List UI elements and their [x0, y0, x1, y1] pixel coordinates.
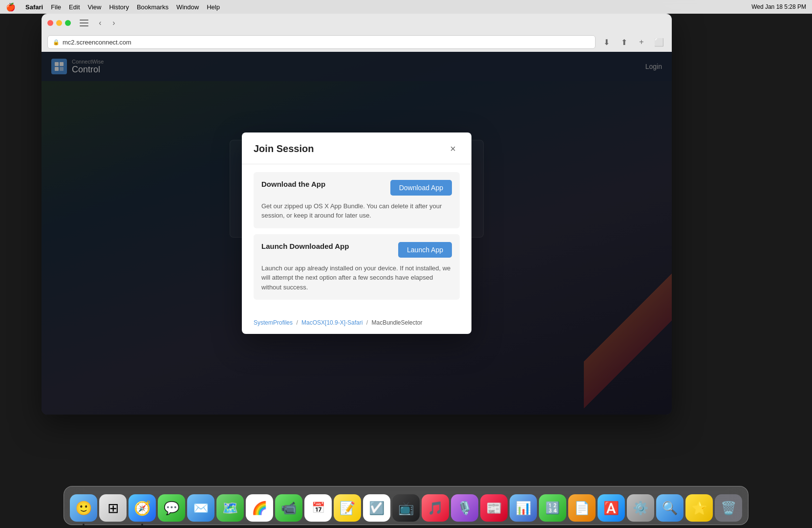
- dock-calendar[interactable]: 📅: [304, 494, 332, 522]
- tabs-button[interactable]: ⬜: [652, 35, 666, 49]
- dock-launchpad[interactable]: ⊞: [99, 494, 127, 522]
- dock-numbers[interactable]: 🔢: [539, 494, 566, 522]
- page-background: ConnectWise Control Login Join Session ×: [42, 52, 672, 415]
- sidebar-toggle[interactable]: [80, 20, 88, 26]
- dock-notes[interactable]: 📝: [334, 494, 361, 522]
- dock-systemprefs[interactable]: ⚙️: [627, 494, 654, 522]
- back-button[interactable]: ‹: [94, 17, 106, 29]
- modal-footer: SystemProfiles / MacOSX[10.9-X]-Safari /…: [242, 315, 471, 334]
- dock-keynote[interactable]: 📊: [510, 494, 537, 522]
- dock-proxyman[interactable]: 🔍: [656, 494, 684, 522]
- launch-option-top: Launch Downloaded App Launch App: [261, 242, 452, 258]
- footer-link-systemprofiles[interactable]: SystemProfiles: [254, 319, 293, 326]
- apple-menu[interactable]: 🍎: [6, 2, 16, 12]
- menu-file[interactable]: File: [51, 3, 61, 11]
- modal-body: Download the App Download App Get our zi…: [242, 164, 471, 316]
- footer-sep1: /: [296, 319, 298, 326]
- dock-pages[interactable]: 📄: [568, 494, 596, 522]
- browser-window: ‹ › 🔒 mc2.screenconnect.com ⬇ ⬆ + ⬜: [42, 14, 672, 415]
- menu-edit[interactable]: Edit: [69, 3, 80, 11]
- launch-option-card: Launch Downloaded App Launch App Launch …: [254, 234, 460, 300]
- share-button[interactable]: ⬆: [617, 35, 631, 49]
- download-option-description: Get our zipped up OS X App Bundle. You c…: [261, 201, 452, 220]
- dock-music[interactable]: 🎵: [422, 494, 449, 522]
- dock-messages[interactable]: 💬: [158, 494, 185, 522]
- launch-option-description: Launch our app already installed on your…: [261, 264, 452, 292]
- download-option-top: Download the App Download App: [261, 180, 452, 196]
- browser-chrome: ‹ › 🔒 mc2.screenconnect.com ⬇ ⬆ + ⬜: [42, 14, 672, 52]
- dock-facetime[interactable]: 📹: [275, 494, 302, 522]
- dock-maps[interactable]: 🗺️: [216, 494, 244, 522]
- dock-safari[interactable]: 🧭: [128, 494, 156, 522]
- new-tab-button[interactable]: +: [635, 35, 648, 49]
- footer-plain-text: MacBundleSelector: [371, 319, 422, 326]
- dock-photos[interactable]: 🌈: [246, 494, 273, 522]
- footer-sep2: /: [366, 319, 368, 326]
- dock-trash[interactable]: 🗑️: [715, 494, 742, 522]
- nav-buttons: ‹ ›: [94, 17, 120, 29]
- datetime-display: Wed Jan 18 5:28 PM: [751, 3, 806, 10]
- launch-app-button[interactable]: Launch App: [398, 242, 452, 258]
- fullscreen-button[interactable]: [65, 20, 71, 26]
- footer-link-macosx[interactable]: MacOSX[10.9-X]-Safari: [301, 319, 363, 326]
- dock-appstore[interactable]: 🅰️: [598, 494, 625, 522]
- dock-reminders[interactable]: ☑️: [363, 494, 390, 522]
- modal-title: Join Session: [254, 143, 314, 154]
- dock-receipts[interactable]: ⭐: [685, 494, 713, 522]
- menu-safari[interactable]: Safari: [25, 3, 43, 11]
- close-button[interactable]: [47, 20, 53, 26]
- menu-bar: 🍎 Safari File Edit View History Bookmark…: [0, 0, 812, 14]
- menu-view[interactable]: View: [88, 3, 102, 11]
- menu-window[interactable]: Window: [176, 3, 199, 11]
- menu-history[interactable]: History: [109, 3, 128, 11]
- modal-overlay: Join Session × Download the App Download…: [42, 52, 672, 415]
- title-bar: ‹ ›: [42, 14, 672, 32]
- dock: 🙂 ⊞ 🧭 💬 ✉️ 🗺️ 🌈 📹 📅 📝 ☑️ 📺: [64, 486, 748, 525]
- dock-mail[interactable]: ✉️: [187, 494, 214, 522]
- dock-podcasts[interactable]: 🎙️: [451, 494, 478, 522]
- modal-header: Join Session ×: [242, 132, 471, 164]
- traffic-lights: [47, 20, 71, 26]
- download-button[interactable]: ⬇: [599, 35, 613, 49]
- forward-button[interactable]: ›: [108, 17, 120, 29]
- lock-icon: 🔒: [53, 39, 60, 45]
- download-option-card: Download the App Download App Get our zi…: [254, 172, 460, 228]
- address-bar-row: 🔒 mc2.screenconnect.com ⬇ ⬆ + ⬜: [42, 32, 672, 52]
- address-bar[interactable]: 🔒 mc2.screenconnect.com: [47, 35, 596, 49]
- menu-bookmarks[interactable]: Bookmarks: [137, 3, 169, 11]
- dock-appletv[interactable]: 📺: [392, 494, 420, 522]
- url-text: mc2.screenconnect.com: [63, 39, 131, 46]
- join-session-modal: Join Session × Download the App Download…: [242, 132, 471, 334]
- dock-finder[interactable]: 🙂: [70, 494, 97, 522]
- launch-option-title: Launch Downloaded App: [261, 242, 349, 250]
- dock-news[interactable]: 📰: [480, 494, 508, 522]
- menu-help[interactable]: Help: [207, 3, 220, 11]
- minimize-button[interactable]: [56, 20, 62, 26]
- download-app-button[interactable]: Download App: [390, 180, 452, 196]
- modal-close-button[interactable]: ×: [446, 142, 460, 156]
- download-option-title: Download the App: [261, 180, 325, 188]
